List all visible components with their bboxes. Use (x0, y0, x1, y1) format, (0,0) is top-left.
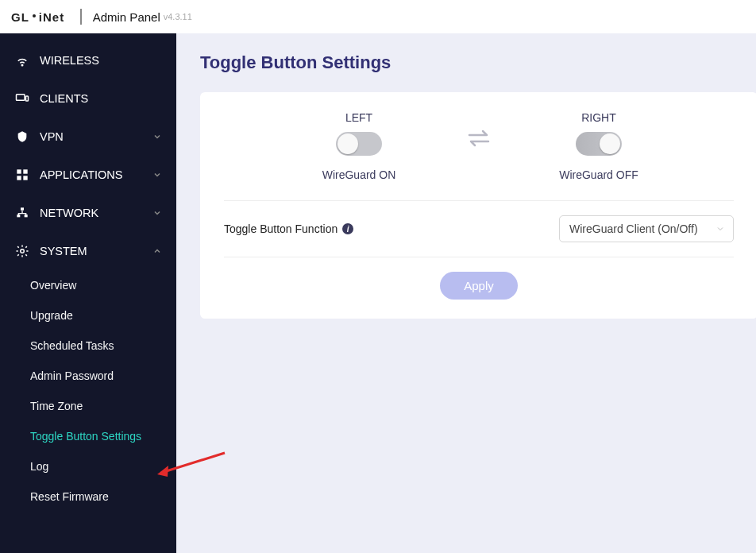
page-title: Toggle Button Settings (200, 52, 756, 73)
nav-label: NETWORK (40, 207, 98, 219)
svg-rect-4 (23, 169, 27, 173)
sub-upgrade[interactable]: Upgrade (0, 300, 176, 331)
chevron-down-icon (152, 208, 162, 218)
right-subtitle: WireGuard OFF (539, 168, 658, 181)
info-icon[interactable]: i (342, 223, 353, 234)
main-content: Toggle Button Settings LEFT WireGuard ON… (176, 33, 756, 553)
chevron-up-icon (152, 246, 162, 256)
svg-point-10 (21, 249, 25, 253)
function-select[interactable]: WireGuard Client (On/Off) (559, 215, 734, 242)
gear-icon (14, 243, 30, 259)
svg-rect-5 (17, 176, 21, 180)
version-label: v4.3.11 (164, 12, 192, 21)
panel-title: Admin Panel (93, 10, 160, 24)
nav-label: VPN (40, 130, 64, 143)
select-value: WireGuard Client (On/Off) (569, 222, 698, 235)
sub-toggle-button-settings[interactable]: Toggle Button Settings (0, 421, 176, 451)
apply-button[interactable]: Apply (440, 272, 518, 300)
right-label: RIGHT (539, 111, 658, 124)
function-label-text: Toggle Button Function (224, 222, 338, 235)
sidebar: WIRELESS CLIENTS VPN APPLICATIONS NETWOR… (0, 33, 176, 553)
svg-rect-3 (17, 169, 21, 173)
nav-label: CLIENTS (40, 92, 88, 105)
toggle-preview-row: LEFT WireGuard ON RIGHT WireGuard OFF (224, 111, 734, 201)
left-label: LEFT (299, 111, 418, 124)
sidebar-item-network[interactable]: NETWORK (0, 194, 176, 232)
chevron-down-icon (152, 170, 162, 180)
sidebar-item-applications[interactable]: APPLICATIONS (0, 156, 176, 194)
function-row: Toggle Button Function i WireGuard Clien… (224, 201, 734, 257)
brand-logo: GLiNet (11, 10, 64, 24)
divider (80, 9, 82, 25)
chevron-down-icon (152, 132, 162, 141)
svg-rect-1 (17, 95, 25, 101)
swap-arrows-icon (466, 111, 492, 148)
sidebar-item-system[interactable]: SYSTEM (0, 232, 176, 270)
network-icon (14, 205, 30, 221)
shield-icon (14, 129, 30, 145)
sub-reset-firmware[interactable]: Reset Firmware (0, 481, 176, 512)
sidebar-item-clients[interactable]: CLIENTS (0, 79, 176, 118)
devices-icon (14, 91, 30, 106)
sidebar-item-wireless[interactable]: WIRELESS (0, 41, 176, 79)
sub-log[interactable]: Log (0, 451, 176, 481)
switch-left-icon (336, 132, 382, 156)
sub-time-zone[interactable]: Time Zone (0, 391, 176, 421)
settings-card: LEFT WireGuard ON RIGHT WireGuard OFF To… (200, 92, 756, 319)
chevron-down-icon (716, 224, 725, 234)
svg-rect-9 (25, 215, 28, 217)
grid-icon (14, 167, 30, 183)
nav-label: APPLICATIONS (40, 168, 122, 181)
svg-rect-7 (21, 207, 24, 210)
svg-point-0 (21, 64, 23, 66)
sub-admin-password[interactable]: Admin Password (0, 361, 176, 391)
nav-label: SYSTEM (40, 245, 87, 257)
svg-rect-2 (26, 96, 29, 101)
wifi-icon (14, 52, 30, 68)
toggle-left-col: LEFT WireGuard ON (299, 111, 418, 181)
svg-rect-6 (23, 176, 27, 180)
topbar: GLiNet Admin Panel v4.3.11 (0, 0, 756, 33)
sub-scheduled-tasks[interactable]: Scheduled Tasks (0, 331, 176, 361)
sidebar-item-vpn[interactable]: VPN (0, 118, 176, 156)
sub-overview[interactable]: Overview (0, 270, 176, 300)
nav-label: WIRELESS (40, 54, 99, 67)
left-subtitle: WireGuard ON (299, 168, 418, 181)
function-label: Toggle Button Function i (224, 222, 353, 235)
toggle-right-col: RIGHT WireGuard OFF (539, 111, 658, 181)
svg-rect-8 (17, 215, 20, 217)
switch-right-icon (576, 132, 622, 156)
